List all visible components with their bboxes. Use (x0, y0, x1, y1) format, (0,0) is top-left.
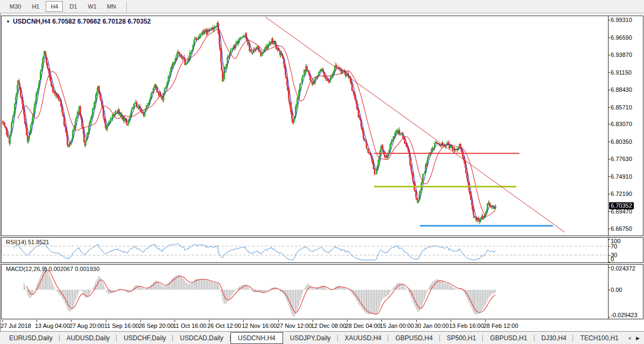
descending-trendline[interactable] (265, 17, 565, 232)
time-axis-label: 28 Feb 12:00 (483, 323, 518, 329)
price-axis-label: 6.93870 (611, 52, 632, 58)
tab-eurusd-daily[interactable]: EURUSD,Daily (2, 332, 60, 344)
tab-audusd-daily[interactable]: AUDUSD,Daily (60, 332, 117, 344)
scroll-right-icon[interactable]: ► (635, 335, 641, 341)
price-axis-label: 6.80350 (611, 138, 632, 145)
time-axis-tick (485, 320, 486, 322)
chart-ohlc-values: 6.70582 6.70662 6.70128 6.70352 (50, 18, 151, 25)
macd-axis-label: -0.029423 (611, 312, 638, 318)
rsi-axis-label: 70 (611, 243, 617, 250)
timeframe-button-m30[interactable]: M30 (5, 1, 25, 12)
price-axis-label: 6.66750 (611, 225, 632, 232)
current-price-tag: 6.70352 (609, 202, 634, 209)
timeframe-button-w1[interactable]: W1 (83, 1, 101, 12)
time-axis-tick (416, 320, 417, 322)
tab-gbpusd-h1[interactable]: GBPUSD,H1 (483, 332, 534, 344)
tab-sp500-h1[interactable]: SP500,H1 (440, 332, 483, 344)
time-axis-label: 13 Aug 04:00 (35, 323, 70, 329)
price-axis-label: 6.88430 (611, 86, 632, 93)
macd-label: MACD(12,26,9) 0.002067 0.001930 (6, 266, 99, 272)
price-axis-label: 6.96590 (611, 34, 632, 41)
tab-gbpusd-h4[interactable]: GBPUSD,H4 (388, 332, 439, 344)
chart-tabs-bar: EURUSD,DailyAUDUSD,DailyUSDCHF,DailyUSDC… (0, 331, 644, 344)
candles (2, 20, 496, 224)
macd-axis-label: 0.024372 (611, 265, 635, 272)
time-axis-label: 11 Oct 16:00 (173, 323, 206, 329)
time-axis-label: 15 Jan 00:00 (380, 323, 414, 329)
rsi-pane[interactable]: RSI(14) 51.8521 10070300 (1, 237, 643, 263)
time-axis-tick (140, 320, 141, 322)
time-axis-label: 12 Dec 08:00 (311, 323, 346, 329)
time-axis-label: 11 Sep 16:00 (104, 323, 139, 329)
window-left-edge (0, 13, 1, 331)
tab-usdjpy-daily[interactable]: USDJPY,Daily (283, 332, 338, 344)
timeframe-buttons: M30H1H4D1W1MN (5, 1, 122, 12)
time-axis-label: 30 Jan 00:00 (415, 323, 449, 329)
tab-usdchf-daily[interactable]: USDCHF,Daily (117, 332, 173, 344)
price-axis-label: 6.83070 (611, 121, 632, 127)
rsi-axis-label: 0 (611, 256, 614, 262)
time-axis-tick (209, 320, 209, 322)
time-axis-tick (106, 320, 106, 322)
price-axis-label: 6.91150 (611, 69, 632, 76)
time-axis-tick (37, 320, 37, 322)
price-axis-label: 6.85710 (611, 104, 632, 111)
chart-dropdown-icon[interactable]: ▼ (6, 19, 10, 24)
timeframe-button-h4[interactable]: H4 (46, 1, 63, 12)
chart-symbol: USDCNH,H4 (13, 18, 50, 25)
chart-window: ▼ USDCNH,H4 6.70582 6.70662 6.70128 6.70… (0, 13, 644, 331)
time-axis-tick (313, 320, 313, 322)
price-axis-label: 6.77630 (611, 156, 632, 162)
timeframe-button-d1[interactable]: D1 (64, 1, 82, 12)
macd-chart[interactable] (2, 265, 643, 319)
macd-axis-label: 0.00 (611, 287, 622, 293)
tab-usdcnh-h4[interactable]: USDCNH,H4 (230, 332, 283, 344)
time-axis-tick (71, 320, 71, 322)
time-axis-label: 28 Dec 04:00 (345, 323, 380, 329)
price-axis-label: 6.72190 (611, 191, 632, 197)
tab-usdcad-daily[interactable]: USDCAD,Daily (173, 332, 230, 344)
time-axis-tick (175, 320, 175, 322)
time-axis-label: 27 Aug 20:00 (69, 323, 104, 329)
scroll-left-icon[interactable]: ◄ (627, 335, 632, 341)
rsi-chart[interactable] (2, 238, 643, 262)
time-axis: 27 Jul 201813 Aug 04:0027 Aug 20:0011 Se… (1, 320, 642, 331)
timeframe-button-mn[interactable]: MN (103, 1, 120, 12)
time-axis-label: 27 Nov 12:00 (277, 323, 312, 329)
tab-dj30-h4[interactable]: DJ30,H4 (534, 332, 574, 344)
price-chart-pane[interactable]: ▼ USDCNH,H4 6.70582 6.70662 6.70128 6.70… (1, 16, 643, 236)
ma-fast-line (6, 26, 495, 220)
time-axis-label: 26 Oct 12:00 (207, 323, 241, 329)
time-axis-tick (451, 320, 451, 322)
rsi-label: RSI(14) 51.8521 (6, 239, 49, 245)
time-axis-tick (347, 320, 348, 322)
time-axis-tick (381, 320, 382, 322)
tab-xauusd-h4[interactable]: XAUUSD,H4 (338, 332, 389, 344)
time-axis-label: 26 Sep 20:00 (139, 323, 173, 329)
timeframe-toolbar: M30H1H4D1W1MN (0, 0, 644, 13)
candlestick-chart[interactable] (2, 16, 643, 236)
tab-scroll-arrows: ◄ ► (624, 335, 644, 341)
time-axis-tick (278, 320, 279, 322)
timeframe-button-h1[interactable]: H1 (27, 1, 44, 12)
time-axis-label: 27 Jul 2018 (1, 323, 31, 329)
toolbar-separator (126, 2, 127, 12)
price-axis-label: 6.74910 (611, 173, 632, 180)
time-axis-label: 13 Feb 16:00 (449, 323, 484, 329)
time-axis-tick (2, 320, 3, 322)
tab-tech100-h1[interactable]: TECH100,H1 (573, 332, 624, 344)
rsi-line (14, 243, 495, 260)
time-axis-tick (243, 320, 244, 322)
macd-pane[interactable]: MACD(12,26,9) 0.002067 0.001930 0.024372… (1, 264, 643, 319)
chart-title: ▼ USDCNH,H4 6.70582 6.70662 6.70128 6.70… (6, 18, 151, 25)
time-axis-label: 12 Nov 16:00 (242, 323, 277, 329)
price-axis-label: 6.99310 (611, 17, 632, 23)
chart-tabs: EURUSD,DailyAUDUSD,DailyUSDCHF,DailyUSDC… (0, 332, 624, 344)
